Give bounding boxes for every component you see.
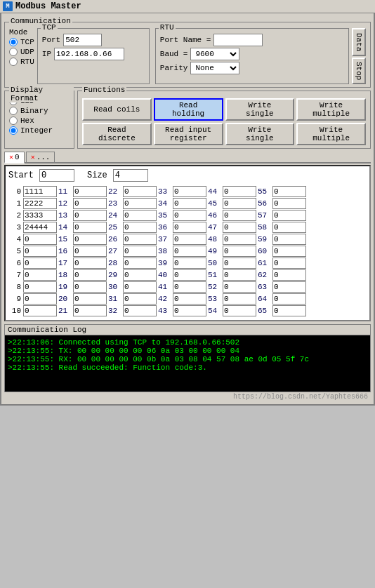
tab-dots[interactable]: ✕... <box>26 152 55 162</box>
cell-input[interactable] <box>272 246 306 257</box>
cell-input[interactable] <box>73 269 107 281</box>
cell-input[interactable] <box>123 246 157 257</box>
cell-input[interactable] <box>272 293 306 305</box>
read-coils-btn[interactable]: Read coils <box>82 98 152 121</box>
cell-input[interactable] <box>272 305 306 316</box>
cell-input[interactable] <box>223 246 256 257</box>
parity-select[interactable]: None Even Odd <box>190 62 239 74</box>
cell-input[interactable] <box>73 222 107 233</box>
cell-input[interactable] <box>73 305 107 316</box>
cell-input[interactable] <box>23 258 57 269</box>
cell-input[interactable] <box>272 234 306 245</box>
cell-input[interactable] <box>223 293 256 305</box>
udp-radio-label[interactable]: UDP <box>9 48 34 56</box>
cell-input[interactable] <box>223 234 256 245</box>
cell-input[interactable] <box>73 198 107 209</box>
cell-input[interactable] <box>223 258 256 269</box>
cell-input[interactable] <box>223 305 256 316</box>
stop-button[interactable]: Stop <box>352 58 366 84</box>
cell-input[interactable] <box>173 305 206 316</box>
tab-0-close[interactable]: ✕ <box>9 154 13 161</box>
col-label: 59 <box>258 235 270 243</box>
cell-input[interactable] <box>73 281 107 293</box>
cell-input[interactable] <box>73 234 107 245</box>
cell-input[interactable] <box>23 293 57 305</box>
start-input[interactable] <box>39 169 74 182</box>
hex-radio-label[interactable]: Hex <box>9 116 70 125</box>
cell-input[interactable] <box>272 269 306 281</box>
integer-radio-label[interactable]: Integer <box>9 126 70 135</box>
integer-radio[interactable] <box>9 126 18 135</box>
cell-input[interactable] <box>223 198 256 209</box>
cell-input[interactable] <box>272 258 306 269</box>
cell-input[interactable] <box>173 269 206 281</box>
data-button[interactable]: Data <box>352 28 366 56</box>
cell-input[interactable] <box>173 258 206 269</box>
cell-input[interactable] <box>23 210 57 221</box>
cell-input[interactable] <box>173 186 206 197</box>
read-discrete-btn[interactable]: Read discrete <box>82 123 152 145</box>
cell-input[interactable] <box>73 246 107 257</box>
cell-input[interactable] <box>223 222 256 233</box>
read-holding-btn[interactable]: Read holding <box>154 98 223 121</box>
read-input-register-btn[interactable]: Read input register <box>154 123 223 145</box>
size-input[interactable] <box>113 169 148 182</box>
cell-input[interactable] <box>23 222 57 233</box>
cell-input[interactable] <box>123 258 157 269</box>
cell-input[interactable] <box>23 281 57 293</box>
write-multiple-btn[interactable]: Write multiple <box>296 98 366 121</box>
write-single-btn[interactable]: Write single <box>225 98 295 121</box>
binary-radio-label[interactable]: Binary <box>9 107 70 115</box>
cell-input[interactable] <box>23 246 57 257</box>
cell-input[interactable] <box>173 293 206 305</box>
rtu-radio-label[interactable]: RTU <box>9 58 34 66</box>
cell-input[interactable] <box>123 186 157 197</box>
tcp-radio[interactable] <box>9 38 18 46</box>
cell-input[interactable] <box>123 210 157 221</box>
cell-input[interactable] <box>23 186 57 197</box>
cell-input[interactable] <box>123 293 157 305</box>
hex-radio[interactable] <box>9 116 18 125</box>
port-input[interactable] <box>63 34 102 46</box>
cell-input[interactable] <box>73 186 107 197</box>
binary-radio[interactable] <box>9 107 18 115</box>
cell-input[interactable] <box>23 269 57 281</box>
cell-input[interactable] <box>223 186 256 197</box>
cell-input[interactable] <box>173 246 206 257</box>
cell-input[interactable] <box>223 281 256 293</box>
cell-input[interactable] <box>173 210 206 221</box>
udp-radio[interactable] <box>9 48 18 56</box>
cell-input[interactable] <box>123 222 157 233</box>
write-multiple2-btn[interactable]: Write multiple <box>296 123 366 145</box>
cell-input[interactable] <box>73 210 107 221</box>
baud-select[interactable]: 9600 115200 <box>190 48 239 60</box>
cell-input[interactable] <box>173 234 206 245</box>
cell-input[interactable] <box>123 281 157 293</box>
ip-input[interactable] <box>54 48 124 60</box>
cell-input[interactable] <box>272 186 306 197</box>
cell-input[interactable] <box>223 269 256 281</box>
cell-input[interactable] <box>73 293 107 305</box>
write-single2-btn[interactable]: Write single <box>225 123 295 145</box>
cell-input[interactable] <box>272 222 306 233</box>
cell-input[interactable] <box>123 198 157 209</box>
port-name-input[interactable] <box>213 34 263 46</box>
cell-input[interactable] <box>23 305 57 316</box>
tab-dots-close[interactable]: ✕ <box>31 154 35 161</box>
tcp-radio-label[interactable]: TCP <box>9 38 34 46</box>
cell-input[interactable] <box>173 222 206 233</box>
cell-input[interactable] <box>73 258 107 269</box>
tab-0[interactable]: ✕0 <box>4 152 25 163</box>
cell-input[interactable] <box>23 198 57 209</box>
cell-input[interactable] <box>123 269 157 281</box>
cell-input[interactable] <box>272 281 306 293</box>
cell-input[interactable] <box>173 198 206 209</box>
cell-input[interactable] <box>272 210 306 221</box>
cell-input[interactable] <box>223 210 256 221</box>
cell-input[interactable] <box>123 234 157 245</box>
cell-input[interactable] <box>123 305 157 316</box>
cell-input[interactable] <box>23 234 57 245</box>
cell-input[interactable] <box>272 198 306 209</box>
rtu-radio[interactable] <box>9 58 18 66</box>
cell-input[interactable] <box>173 281 206 293</box>
